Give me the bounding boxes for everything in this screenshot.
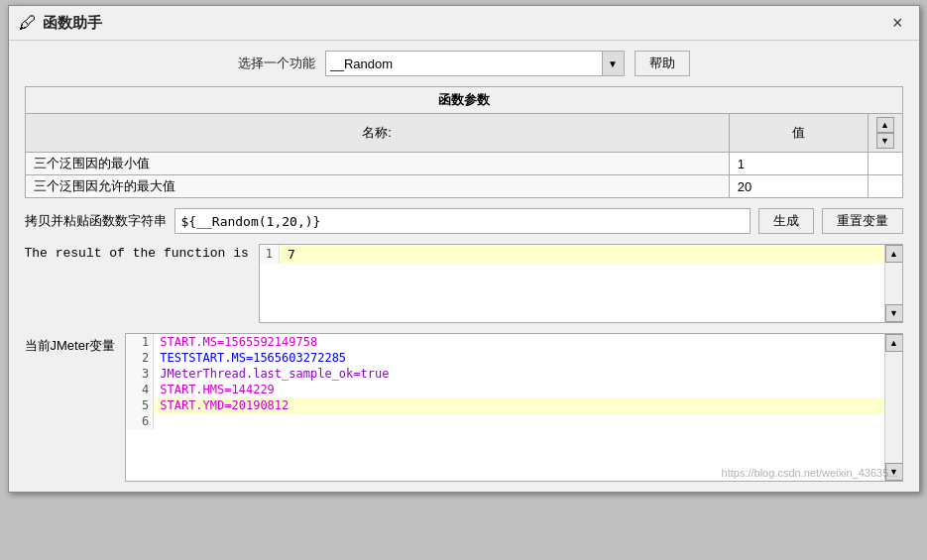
var-scroll-track — [885, 352, 902, 463]
result-line-number: 1 — [260, 245, 280, 264]
col-name-header: 名称: — [25, 114, 729, 153]
params-section-header: 函数参数 — [25, 86, 903, 113]
result-scroll-track — [885, 263, 902, 304]
app-icon: 🖊 — [19, 13, 37, 34]
table-row: 三个泛围因的最小值 1 — [25, 153, 902, 175]
var-line-content-6 — [154, 413, 901, 415]
result-section: The result of the function is 1 7 ▲ ▼ — [25, 244, 903, 323]
generate-button[interactable]: 生成 — [758, 208, 814, 234]
title-bar: 🖊 函数助手 × — [9, 6, 919, 41]
param-name-1: 三个泛围因的最小值 — [25, 153, 729, 175]
list-item: 3 JMeterThread.last_sample_ok=true — [126, 366, 901, 382]
title-bar-left: 🖊 函数助手 — [19, 13, 102, 34]
content-area: 选择一个功能 __Random__RandomString__time__UUI… — [9, 41, 919, 492]
help-button[interactable]: 帮助 — [635, 51, 690, 76]
result-box: 1 7 ▲ ▼ — [259, 244, 903, 323]
function-select-row: 选择一个功能 __Random__RandomString__time__UUI… — [25, 51, 903, 76]
var-line-num-3: 3 — [126, 366, 154, 382]
function-select-label: 选择一个功能 — [238, 55, 315, 72]
param-name-2: 三个泛围因允许的最大值 — [25, 175, 729, 198]
reset-button[interactable]: 重置变量 — [822, 208, 903, 234]
copy-input[interactable] — [174, 208, 751, 234]
function-dropdown[interactable]: __Random__RandomString__time__UUID ▼ — [325, 51, 625, 76]
list-item: 6 — [126, 413, 901, 429]
col-value-header: 值 — [729, 114, 868, 153]
function-select-input[interactable]: __Random__RandomString__time__UUID — [325, 51, 603, 76]
param-value-2[interactable]: 20 — [729, 175, 868, 198]
var-line-content-4: START.HMS=144229 — [154, 382, 901, 397]
scroll-down-button[interactable]: ▼ — [876, 133, 894, 149]
var-line-num-5: 5 — [126, 397, 154, 413]
var-line-num-4: 4 — [126, 382, 154, 397]
var-line-content-5: START.YMD=20190812 — [154, 397, 901, 413]
variables-scrollbar: ▲ ▼ — [884, 334, 902, 481]
result-value: 7 — [280, 245, 902, 264]
window-title: 函数助手 — [43, 14, 102, 33]
copy-label: 拷贝并粘贴函数数字符串 — [25, 212, 167, 230]
table-row: 三个泛围因允许的最大值 20 — [25, 175, 902, 198]
var-line-num-1: 1 — [126, 334, 154, 350]
variables-section: 当前JMeter变量 1 START.MS=1565592149758 2 TE… — [25, 333, 903, 482]
list-item: 1 START.MS=1565592149758 — [126, 334, 901, 350]
list-item: 5 START.YMD=20190812 — [126, 397, 901, 413]
scroll-up-button[interactable]: ▲ — [876, 117, 894, 133]
result-scrollbar: ▲ ▼ — [884, 245, 902, 322]
scroll-col-header: ▲ ▼ — [868, 114, 902, 153]
var-line-num-2: 2 — [126, 350, 154, 366]
param-value-1[interactable]: 1 — [729, 153, 868, 175]
var-line-num-6: 6 — [126, 413, 154, 429]
watermark-text: https://blog.csdn.net/weixin_43635... — [722, 467, 898, 479]
list-item: 2 TESTSTART.MS=1565603272285 — [126, 350, 901, 366]
result-scroll-up[interactable]: ▲ — [885, 245, 903, 263]
dropdown-arrow-icon[interactable]: ▼ — [603, 51, 625, 76]
var-line-content-1: START.MS=1565592149758 — [154, 334, 901, 350]
result-scroll-down[interactable]: ▼ — [885, 304, 903, 322]
variables-box: 1 START.MS=1565592149758 2 TESTSTART.MS=… — [125, 333, 902, 482]
params-table: 名称: 值 ▲ ▼ 三个泛围因的最小值 1 三 — [25, 113, 903, 198]
close-button[interactable]: × — [886, 12, 909, 34]
main-window: 🖊 函数助手 × 选择一个功能 __Random__RandomString__… — [8, 5, 920, 493]
result-label: The result of the function is — [25, 244, 249, 323]
var-line-content-2: TESTSTART.MS=1565603272285 — [154, 350, 901, 366]
var-line-content-3: JMeterThread.last_sample_ok=true — [154, 366, 901, 382]
variables-label: 当前JMeter变量 — [25, 333, 116, 482]
copy-row: 拷贝并粘贴函数数字符串 生成 重置变量 — [25, 208, 903, 234]
result-content: 1 7 — [260, 245, 902, 264]
var-scroll-up[interactable]: ▲ — [885, 334, 903, 352]
list-item: 4 START.HMS=144229 — [126, 382, 901, 397]
